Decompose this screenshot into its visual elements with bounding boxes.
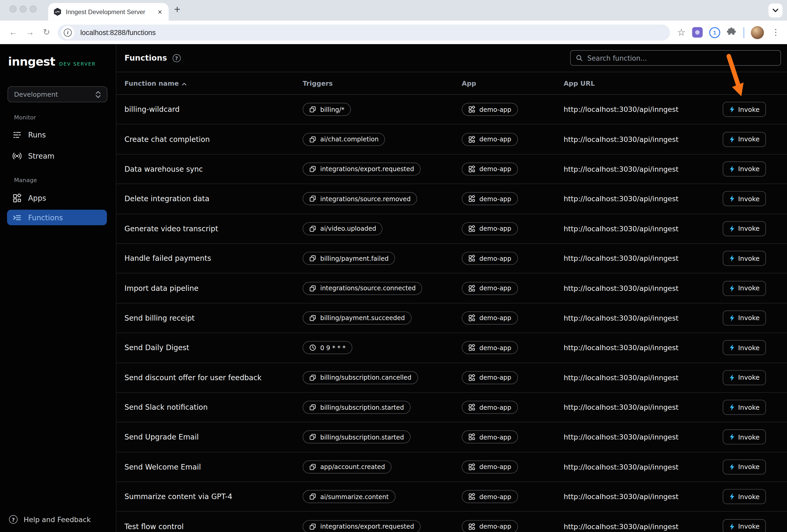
sidebar-item-label: Apps <box>28 194 46 202</box>
column-header-app-url[interactable]: App URL <box>564 72 595 95</box>
app-grid-icon <box>468 225 475 232</box>
function-name[interactable]: Send billing receipt <box>125 314 194 322</box>
app-badge: demo-app <box>462 460 518 473</box>
new-tab-button[interactable]: + <box>174 3 180 16</box>
invoke-button[interactable]: Invoke <box>723 459 766 474</box>
browser-menu-icon[interactable]: ⋮ <box>770 27 780 38</box>
table-row[interactable]: billing-wildcard billing/* <box>116 95 787 125</box>
invoke-button[interactable]: Invoke <box>723 251 766 266</box>
function-name[interactable]: Send Daily Digest <box>125 344 189 352</box>
table-row[interactable]: Send Upgrade Email billing/subscription.… <box>116 422 787 452</box>
window-minimize-button[interactable] <box>20 5 27 13</box>
tab-search-chevron-icon[interactable] <box>768 3 783 18</box>
function-name[interactable]: Send Upgrade Email <box>125 433 199 441</box>
function-name[interactable]: Send Welcome Email <box>125 463 201 471</box>
table-row[interactable]: Delete integration data integrations/sou… <box>116 184 787 214</box>
invoke-button[interactable]: Invoke <box>723 519 766 532</box>
table-row[interactable]: Send Daily Digest 0 9 * * * <box>116 333 787 363</box>
invoke-button[interactable]: Invoke <box>723 340 766 355</box>
event-trigger-icon <box>309 434 316 441</box>
search-box <box>570 50 781 66</box>
table-row[interactable]: Generate video transcript ai/video.uploa… <box>116 214 787 244</box>
environment-selector[interactable]: Development <box>7 86 107 102</box>
table-row[interactable]: Send discount offer for user feedback bi… <box>116 363 787 393</box>
function-name[interactable]: Handle failed payments <box>125 254 211 263</box>
trigger-value: integrations/export.requested <box>320 165 414 173</box>
invoke-button[interactable]: Invoke <box>723 102 766 117</box>
app-grid-icon <box>468 285 475 292</box>
event-trigger-icon <box>309 225 316 232</box>
url-text[interactable]: localhost:8288/functions <box>80 28 155 36</box>
sidebar: inngest DEV SERVER Development Monitor <box>0 44 116 532</box>
window-close-button[interactable] <box>9 5 17 13</box>
table-row[interactable]: Import data pipeline integrations/source… <box>116 273 787 303</box>
help-and-feedback-link[interactable]: ? Help and Feedback <box>9 515 91 524</box>
sidebar-item-functions[interactable]: Functions <box>7 209 107 225</box>
invoke-button[interactable]: Invoke <box>723 400 766 415</box>
app-badge: demo-app <box>462 430 518 444</box>
lightning-bolt-icon <box>729 493 735 501</box>
table-row[interactable]: Send billing receipt billing/payment.suc… <box>116 303 787 333</box>
table-row[interactable]: Test flow control integrations/export.re… <box>116 512 787 532</box>
title-help-icon[interactable]: ? <box>173 54 181 62</box>
invoke-button[interactable]: Invoke <box>723 191 766 206</box>
sidebar-item-runs[interactable]: Runs <box>7 127 107 143</box>
extension-icon-purple[interactable] <box>692 27 703 38</box>
table-row[interactable]: Data warehouse sync integrations/export.… <box>116 154 787 184</box>
reload-icon[interactable]: ↻ <box>38 27 55 38</box>
invoke-button[interactable]: Invoke <box>723 310 766 326</box>
window-zoom-button[interactable] <box>29 5 37 13</box>
function-name[interactable]: Delete integration data <box>125 195 209 203</box>
table-row[interactable]: Create chat completion ai/chat.completio… <box>116 125 787 154</box>
sidebar-item-apps[interactable]: Apps <box>7 190 107 206</box>
unfold-chevrons-icon <box>95 90 101 98</box>
function-name[interactable]: Create chat completion <box>125 135 210 143</box>
column-header-triggers[interactable]: Triggers <box>303 72 333 95</box>
back-icon[interactable]: ← <box>5 27 21 37</box>
app-url: http://localhost:3030/api/inngest <box>564 135 679 143</box>
invoke-button[interactable]: Invoke <box>723 281 766 296</box>
password-manager-icon[interactable]: 1 <box>709 27 720 38</box>
lightning-bolt-icon <box>729 344 735 351</box>
table-row[interactable]: Handle failed payments billing/payment.f… <box>116 244 787 273</box>
table-row[interactable]: Send Welcome Email app/account.created <box>116 452 787 482</box>
extensions-puzzle-icon[interactable] <box>727 26 737 38</box>
app-url: http://localhost:3030/api/inngest <box>564 165 679 173</box>
table-row[interactable]: Send Slack notification billing/subscrip… <box>116 393 787 422</box>
search-input[interactable] <box>587 54 775 62</box>
browser-tab[interactable]: Inngest Development Server × <box>48 3 169 21</box>
function-name[interactable]: Generate video transcript <box>125 225 218 233</box>
function-name[interactable]: Summarize content via GPT-4 <box>125 493 232 501</box>
event-trigger-icon <box>309 314 316 322</box>
trigger-badge: 0 9 * * * <box>303 341 352 354</box>
trigger-value: billing/* <box>320 106 344 113</box>
column-header-function-name[interactable]: Function name <box>125 72 187 95</box>
address-bar[interactable]: i localhost:8288/functions <box>58 24 670 40</box>
sidebar-item-stream[interactable]: Stream <box>7 148 107 163</box>
function-name[interactable]: billing-wildcard <box>125 105 179 113</box>
column-header-app[interactable]: App <box>462 72 476 95</box>
bookmark-star-icon[interactable]: ☆ <box>677 27 686 38</box>
invoke-button[interactable]: Invoke <box>723 370 766 385</box>
lightning-bolt-icon <box>729 523 735 530</box>
lightning-bolt-icon <box>729 314 735 322</box>
invoke-button[interactable]: Invoke <box>723 221 766 236</box>
invoke-button[interactable]: Invoke <box>723 489 766 504</box>
function-name[interactable]: Data warehouse sync <box>125 165 203 173</box>
forward-icon[interactable]: → <box>22 27 38 37</box>
function-name[interactable]: Send discount offer for user feedback <box>125 374 261 382</box>
invoke-button[interactable]: Invoke <box>723 132 766 147</box>
profile-avatar[interactable] <box>751 26 764 39</box>
invoke-button[interactable]: Invoke <box>723 161 766 177</box>
app-badge: demo-app <box>462 401 518 414</box>
table-row[interactable]: Summarize content via GPT-4 ai/summarize… <box>116 482 787 512</box>
app-badge: demo-app <box>462 371 518 384</box>
function-name[interactable]: Send Slack notification <box>125 403 208 412</box>
tab-close-icon[interactable]: × <box>156 7 164 16</box>
invoke-button[interactable]: Invoke <box>723 429 766 445</box>
app-url: http://localhost:3030/api/inngest <box>564 195 679 203</box>
site-info-icon[interactable]: i <box>61 26 74 39</box>
function-name[interactable]: Import data pipeline <box>125 284 198 292</box>
trigger-badge: app/account.created <box>303 460 392 473</box>
function-name[interactable]: Test flow control <box>125 523 184 531</box>
